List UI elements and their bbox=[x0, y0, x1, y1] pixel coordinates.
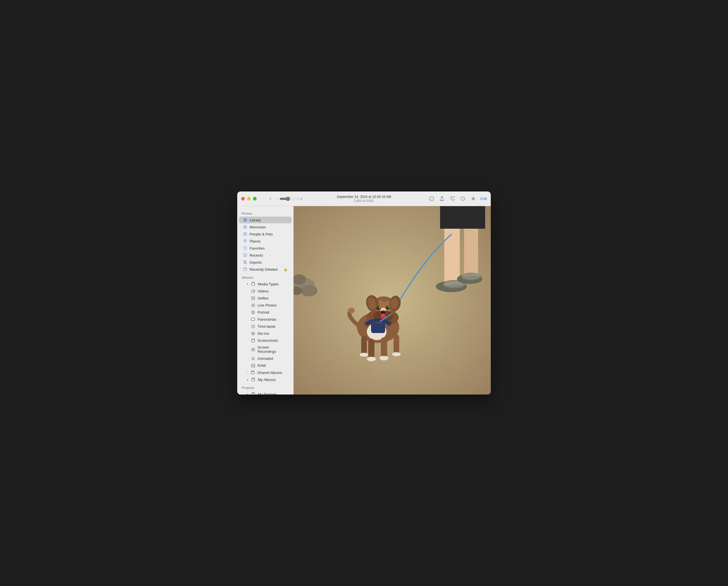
traffic-lights bbox=[241, 197, 257, 200]
sidebar-item-my-projects-label: My Projects bbox=[258, 392, 288, 395]
collapse-arrow-my-projects: ▾ bbox=[247, 393, 248, 395]
sidebar-item-library[interactable]: Library bbox=[239, 217, 292, 223]
edit-button[interactable]: Edit bbox=[480, 197, 487, 201]
media-types-icon bbox=[251, 282, 256, 286]
my-projects-icon bbox=[251, 392, 256, 394]
selfies-icon bbox=[251, 296, 255, 300]
svg-rect-28 bbox=[252, 348, 255, 351]
svg-rect-18 bbox=[252, 297, 255, 300]
sidebar-item-imports-label: Imports bbox=[250, 260, 288, 265]
photo-svg bbox=[293, 206, 491, 394]
svg-rect-37 bbox=[252, 393, 254, 393]
svg-point-29 bbox=[253, 349, 254, 350]
svg-point-97 bbox=[386, 306, 390, 309]
sidebar-item-selfies[interactable]: Selfies bbox=[239, 295, 292, 301]
sidebar-item-my-albums[interactable]: ▾ My Albums bbox=[239, 376, 292, 383]
favorite-button[interactable] bbox=[449, 196, 455, 202]
sidebar-item-live-photos[interactable]: Live Photos bbox=[239, 302, 292, 309]
back-button[interactable]: ‹ bbox=[268, 196, 273, 202]
minimize-button[interactable] bbox=[247, 197, 251, 200]
sidebar-item-raw[interactable]: RAW RAW bbox=[239, 362, 292, 369]
titlebar-actions: i bbox=[428, 196, 487, 202]
close-button[interactable] bbox=[241, 197, 245, 200]
svg-rect-76 bbox=[440, 206, 485, 229]
zoom-slider[interactable] bbox=[280, 197, 299, 201]
collapse-arrow-media-types: ▾ bbox=[247, 283, 248, 286]
sidebar-item-recently-deleted[interactable]: Recently Deleted 🔒 bbox=[239, 266, 292, 273]
sidebar-item-my-albums-label: My Albums bbox=[258, 377, 288, 382]
share-button[interactable] bbox=[439, 196, 445, 202]
recently-deleted-icon bbox=[243, 267, 248, 272]
svg-rect-2 bbox=[461, 197, 464, 200]
svg-point-9 bbox=[244, 234, 245, 234]
lock-icon: 🔒 bbox=[284, 268, 288, 271]
sidebar-item-media-types[interactable]: ▾ Media Types bbox=[239, 280, 292, 287]
svg-rect-17 bbox=[252, 290, 254, 292]
media-types-label: Media Types bbox=[258, 282, 288, 286]
crop-button[interactable] bbox=[460, 196, 466, 202]
svg-point-23 bbox=[253, 311, 254, 313]
sidebar-item-places[interactable]: Places bbox=[239, 238, 292, 244]
maximize-button[interactable] bbox=[253, 197, 257, 200]
sidebar-item-memories-label: Memories bbox=[250, 225, 288, 229]
sidebar-item-shared-albums[interactable]: › Shared Albums bbox=[239, 369, 292, 376]
sidebar-item-videos-label: Videos bbox=[258, 289, 288, 293]
titlebar-center: September 14, 2024 at 10:45:10 AM 5,850 … bbox=[337, 195, 391, 203]
sidebar-item-recents-label: Recents bbox=[250, 253, 288, 258]
sidebar-item-panoramas-label: Panoramas bbox=[258, 317, 288, 321]
svg-point-21 bbox=[253, 304, 254, 306]
memories-icon bbox=[243, 225, 248, 229]
svg-point-8 bbox=[244, 233, 247, 236]
svg-point-106 bbox=[380, 356, 389, 360]
enhance-button[interactable] bbox=[470, 196, 476, 202]
svg-rect-32 bbox=[251, 371, 254, 374]
titlebar: ‹ − + September 14, 2024 at 10:45:10 AM … bbox=[237, 192, 491, 206]
screen-recordings-icon bbox=[251, 347, 255, 352]
screenshots-icon bbox=[251, 338, 255, 343]
imports-icon bbox=[243, 260, 248, 265]
svg-rect-14 bbox=[244, 268, 246, 271]
sidebar-item-favorites[interactable]: Favorites bbox=[239, 245, 292, 251]
svg-point-19 bbox=[253, 297, 254, 299]
sidebar-item-imports[interactable]: Imports bbox=[239, 259, 292, 266]
sidebar-item-screenshots-label: Screenshots bbox=[258, 338, 288, 343]
svg-point-3 bbox=[473, 198, 474, 199]
svg-rect-16 bbox=[253, 282, 254, 283]
svg-rect-35 bbox=[252, 378, 254, 379]
info-button[interactable]: i bbox=[428, 196, 435, 202]
sidebar-item-animated-label: Animated bbox=[258, 357, 288, 361]
sidebar-item-recents[interactable]: Recents bbox=[239, 252, 292, 259]
sidebar-item-my-projects[interactable]: ▾ My Projects bbox=[239, 391, 292, 394]
sidebar-item-videos[interactable]: Videos bbox=[239, 288, 292, 294]
sidebar-item-slomo-label: Slo-mo bbox=[258, 331, 288, 336]
sidebar-item-people-pets[interactable]: People & Pets bbox=[239, 231, 292, 238]
svg-rect-111 bbox=[371, 323, 385, 333]
crop-icon bbox=[460, 196, 465, 201]
svg-point-108 bbox=[360, 353, 368, 357]
collapse-arrow-shared-albums: › bbox=[247, 371, 248, 374]
sidebar-item-live-photos-label: Live Photos bbox=[258, 303, 288, 308]
svg-point-99 bbox=[388, 307, 389, 308]
sidebar-item-slomo[interactable]: Slo-mo bbox=[239, 330, 292, 337]
sidebar-item-timelapse-label: Time-lapse bbox=[258, 324, 288, 328]
sidebar-item-animated[interactable]: Animated bbox=[239, 355, 292, 362]
sidebar-item-panoramas[interactable]: Panoramas bbox=[239, 316, 292, 323]
sidebar-item-timelapse[interactable]: Time-lapse bbox=[239, 323, 292, 329]
share-icon bbox=[440, 196, 444, 201]
sidebar-item-screen-recordings[interactable]: Screen Recordings bbox=[239, 344, 292, 355]
main-content: Photos Library M bbox=[237, 206, 491, 394]
main-window: ‹ − + September 14, 2024 at 10:45:10 AM … bbox=[237, 192, 491, 394]
library-icon bbox=[243, 218, 248, 222]
sidebar-item-screenshots[interactable]: Screenshots bbox=[239, 337, 292, 344]
svg-point-104 bbox=[367, 357, 376, 361]
sidebar-item-shared-albums-label: Shared Albums bbox=[257, 370, 288, 375]
zoom-min-label: − bbox=[276, 197, 278, 201]
sidebar-item-recently-deleted-label: Recently Deleted bbox=[250, 267, 282, 272]
svg-rect-107 bbox=[361, 336, 367, 354]
albums-section-header: Albums bbox=[237, 273, 293, 280]
sidebar-item-portrait[interactable]: Portrait bbox=[239, 309, 292, 316]
sidebar-item-memories[interactable]: Memories bbox=[239, 224, 292, 230]
recents-icon bbox=[243, 253, 248, 258]
videos-icon bbox=[251, 289, 255, 293]
sidebar: Photos Library M bbox=[237, 206, 293, 394]
